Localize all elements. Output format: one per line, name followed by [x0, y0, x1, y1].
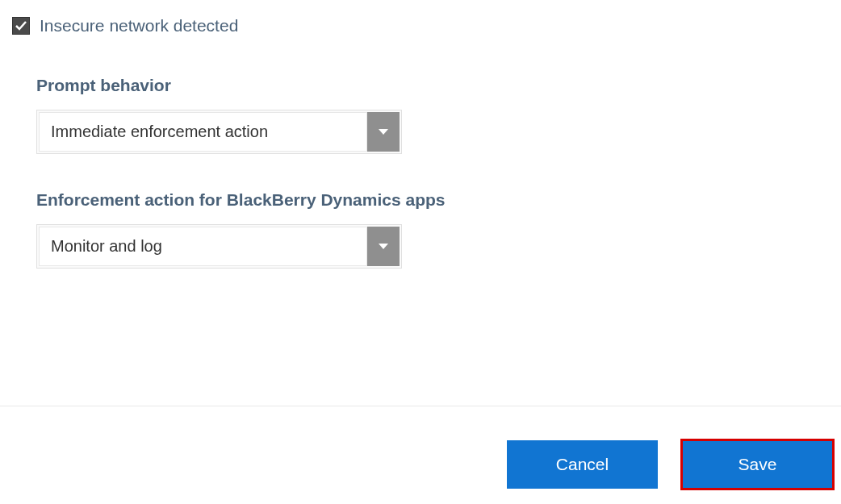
insecure-network-checkbox[interactable]	[12, 17, 30, 35]
cancel-button[interactable]: Cancel	[507, 440, 658, 489]
prompt-behavior-field: Prompt behavior Immediate enforcement ac…	[36, 76, 829, 154]
settings-form: Insecure network detected Prompt behavio…	[0, 0, 841, 321]
enforcement-action-value: Monitor and log	[39, 227, 367, 266]
checkmark-icon	[15, 19, 27, 32]
prompt-behavior-label: Prompt behavior	[36, 76, 829, 95]
chevron-down-icon	[378, 128, 389, 136]
prompt-behavior-dropdown-arrow[interactable]	[367, 112, 400, 152]
insecure-network-checkbox-label: Insecure network detected	[40, 16, 238, 35]
enforcement-action-field: Enforcement action for BlackBerry Dynami…	[36, 190, 829, 269]
enforcement-action-dropdown-arrow[interactable]	[367, 227, 400, 266]
insecure-network-checkbox-row: Insecure network detected	[12, 16, 829, 35]
enforcement-action-label: Enforcement action for BlackBerry Dynami…	[36, 190, 829, 210]
chevron-down-icon	[378, 243, 389, 251]
enforcement-action-select[interactable]: Monitor and log	[36, 224, 402, 269]
save-button[interactable]: Save	[682, 440, 833, 489]
prompt-behavior-value: Immediate enforcement action	[39, 112, 367, 152]
prompt-behavior-select[interactable]: Immediate enforcement action	[36, 110, 402, 154]
button-row: Cancel Save	[0, 406, 841, 489]
